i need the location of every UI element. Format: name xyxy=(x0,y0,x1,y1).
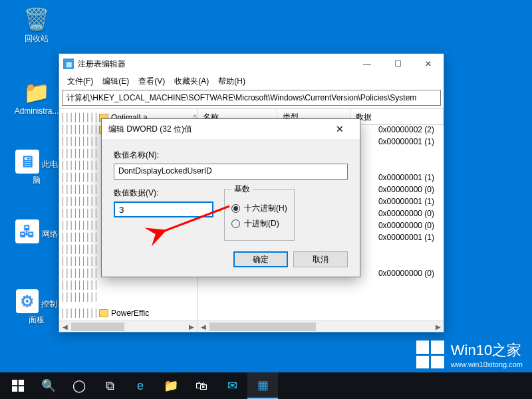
windows-logo-icon xyxy=(416,340,444,368)
desktop-icon-admin[interactable]: 📁 Administra... xyxy=(13,80,60,116)
store-icon: 🛍 xyxy=(196,379,207,393)
close-button[interactable]: ✕ xyxy=(413,54,444,74)
value-data-input[interactable] xyxy=(114,201,213,217)
regedit-icon: ▦ xyxy=(257,378,269,392)
branding: Win10之家 www.win10xitong.com xyxy=(416,340,523,368)
folder-icon: 📁 xyxy=(13,80,60,105)
control-panel-icon: ⚙ xyxy=(16,289,39,313)
taskbar-mail[interactable]: ✉ xyxy=(217,372,247,399)
radio-dec[interactable]: 十进制(D) xyxy=(231,218,287,229)
taskbar-taskview[interactable]: ⧉ xyxy=(94,372,125,399)
branding-url: www.win10xitong.com xyxy=(451,360,523,368)
menubar: 文件(F) 编辑(E) 查看(V) 收藏夹(A) 帮助(H) xyxy=(59,74,444,88)
svg-rect-3 xyxy=(12,386,17,392)
edit-dword-dialog: 编辑 DWORD (32 位)值 ✕ 数值名称(N): DontDisplayL… xyxy=(101,118,360,277)
col-data[interactable]: 数据 xyxy=(350,109,444,124)
menu-favorites[interactable]: 收藏夹(A) xyxy=(170,74,213,88)
window-title: 注册表编辑器 xyxy=(78,59,126,70)
cortana-icon: ◯ xyxy=(72,378,86,393)
desktop-icon-recycle-bin[interactable]: 🗑️ 回收站 xyxy=(13,7,60,45)
folder-icon: 📁 xyxy=(164,378,178,393)
radio-icon xyxy=(231,219,240,228)
branding-title: Win10之家 xyxy=(451,340,523,360)
menu-help[interactable]: 帮助(H) xyxy=(214,74,249,88)
cell-data: 0x00000001 (1) xyxy=(378,233,434,245)
radio-label: 十进制(D) xyxy=(244,218,279,229)
ok-button[interactable]: 确定 xyxy=(233,251,288,267)
taskview-icon: ⧉ xyxy=(106,379,114,393)
dialog-titlebar[interactable]: 编辑 DWORD (32 位)值 ✕ xyxy=(102,119,360,139)
pc-icon: 🖥 xyxy=(15,150,39,174)
desktop-icon-network[interactable]: 🖧 网络 xyxy=(13,219,60,245)
taskbar-search[interactable]: 🔍 xyxy=(33,372,64,399)
cell-data: 0x00000001 (1) xyxy=(378,197,434,209)
radio-icon xyxy=(231,204,240,213)
start-button[interactable] xyxy=(3,372,33,399)
svg-rect-1 xyxy=(12,380,17,385)
cell-data: 0x00000002 (2) xyxy=(378,125,434,137)
cell-data: 0x00000001 (1) xyxy=(378,173,434,185)
radio-hex[interactable]: 十六进制(H) xyxy=(231,203,287,214)
cell-data: 0x00000000 (0) xyxy=(378,269,434,281)
svg-rect-2 xyxy=(19,380,24,385)
maximize-button[interactable]: ☐ xyxy=(382,54,413,74)
regedit-icon: ▦ xyxy=(63,59,74,69)
taskbar[interactable]: 🔍 ◯ ⧉ e 📁 🛍 ✉ ▦ xyxy=(0,372,532,399)
list-scrollbar-horizontal[interactable]: ◀▶ xyxy=(198,321,444,332)
search-icon: 🔍 xyxy=(41,378,56,393)
address-bar[interactable]: 计算机\HKEY_LOCAL_MACHINE\SOFTWARE\Microsof… xyxy=(62,90,441,106)
menu-file[interactable]: 文件(F) xyxy=(63,74,97,88)
desktop-icon-label: 网络 xyxy=(42,229,58,239)
cell-data: 0x00000000 (0) xyxy=(378,185,434,197)
taskbar-regedit[interactable]: ▦ xyxy=(247,372,278,399)
menu-view[interactable]: 查看(V) xyxy=(134,74,169,88)
value-name-label: 数值名称(N): xyxy=(114,150,348,161)
desktop-icon-this-pc[interactable]: 🖥 此电脑 xyxy=(13,150,60,186)
recycle-bin-icon: 🗑️ xyxy=(13,7,60,32)
folder-icon xyxy=(99,309,108,317)
radio-label: 十六进制(H) xyxy=(244,203,287,214)
minimize-button[interactable]: — xyxy=(352,54,382,74)
value-data-label: 数值数据(V): xyxy=(114,188,213,199)
base-legend: 基数 xyxy=(231,184,253,195)
base-fieldset: 基数 十六进制(H) 十进制(D) xyxy=(224,184,295,241)
desktop-icon-label: 回收站 xyxy=(25,34,49,43)
dialog-title: 编辑 DWORD (32 位)值 xyxy=(108,124,192,135)
svg-rect-4 xyxy=(19,386,24,392)
mail-icon: ✉ xyxy=(227,378,237,393)
tree-scrollbar-horizontal[interactable]: ◀▶ xyxy=(59,321,197,332)
taskbar-edge[interactable]: e xyxy=(125,372,156,399)
cancel-button[interactable]: 取消 xyxy=(293,251,348,267)
value-name-field[interactable]: DontDisplayLockedUserID xyxy=(114,164,348,180)
desktop-icon-label: Administra... xyxy=(15,106,59,116)
cell-data: 0x00000000 (0) xyxy=(378,209,434,221)
tree-node[interactable]: PowerEffic xyxy=(111,309,149,318)
cell-data: 0x00000001 (1) xyxy=(378,137,434,149)
cell-data: 0x00000000 (0) xyxy=(378,221,434,233)
desktop-icon-control-panel[interactable]: ⚙ 控制面板 xyxy=(13,289,60,326)
dialog-close-button[interactable]: ✕ xyxy=(327,124,353,134)
network-icon: 🖧 xyxy=(15,219,39,243)
taskbar-store[interactable]: 🛍 xyxy=(186,372,217,399)
taskbar-cortana[interactable]: ◯ xyxy=(64,372,94,399)
edge-icon: e xyxy=(137,379,144,393)
titlebar[interactable]: ▦ 注册表编辑器 — ☐ ✕ xyxy=(59,54,444,74)
menu-edit[interactable]: 编辑(E) xyxy=(98,74,133,88)
windows-logo-icon xyxy=(12,380,24,392)
taskbar-explorer[interactable]: 📁 xyxy=(156,372,186,399)
